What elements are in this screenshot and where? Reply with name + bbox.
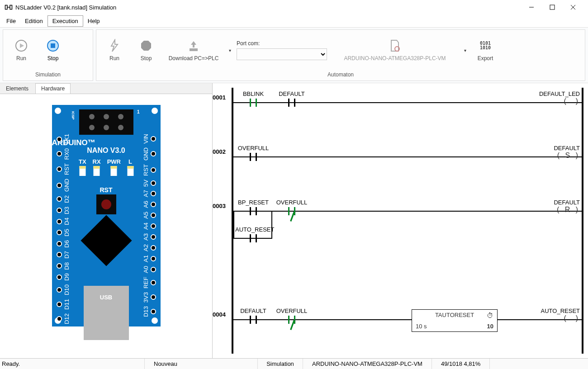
coil-DEFAULT[interactable]: DEFAULT( R ) xyxy=(535,199,580,214)
export-button[interactable]: 0101 1010 Export xyxy=(472,39,499,62)
pin-D3[interactable]: D3 xyxy=(57,207,70,214)
pin-RST[interactable]: RST xyxy=(57,163,70,175)
export-label: Export xyxy=(478,55,493,62)
status-mode: Simulation xyxy=(258,359,303,369)
pin-A6[interactable]: A6 xyxy=(142,201,156,208)
app-icon xyxy=(5,3,13,11)
statusbar: Ready. Nouveau Simulation ARDUINO-NANO-A… xyxy=(0,358,588,369)
menu-help[interactable]: Help xyxy=(83,16,104,26)
minimize-button[interactable] xyxy=(521,0,542,14)
sim-stop-label: Stop xyxy=(47,55,59,62)
rung-0002[interactable]: 0002OVERFULLDEFAULT( S ) xyxy=(213,140,588,167)
pin-D7[interactable]: D7 xyxy=(57,251,70,259)
pin-D2[interactable]: D2 xyxy=(57,195,70,203)
pin-D6[interactable]: D6 xyxy=(57,240,70,248)
maximize-button[interactable] xyxy=(542,0,563,14)
dropdown-arrow-icon[interactable]: ▾ xyxy=(228,48,232,53)
pin-TX1[interactable]: TX1 xyxy=(57,134,70,145)
download-label: Download PC=>PLC xyxy=(169,55,219,62)
target-dropdown-icon[interactable]: ▾ xyxy=(463,48,467,53)
target-button[interactable]: ARDUINO-NANO-ATMEGA328P-PLC-VM xyxy=(332,39,458,62)
mcu-chip xyxy=(81,215,132,266)
tab-elements[interactable]: Elements xyxy=(0,83,34,94)
menu-execution[interactable]: Execution xyxy=(47,15,83,27)
pin-A7[interactable]: A7 xyxy=(142,190,156,197)
svg-rect-1 xyxy=(10,5,12,9)
status-target: ARDUINO-NANO-ATMEGA328P-PLC-VM xyxy=(303,359,432,369)
contact-OVERFULL[interactable]: OVERFULL xyxy=(274,308,310,324)
ribbon-group-simulation: Run Stop Simulation xyxy=(3,29,93,81)
sim-stop-button[interactable]: Stop xyxy=(39,39,66,62)
svg-rect-0 xyxy=(5,5,8,9)
pin-column-left: TX1RX0RSTGNDD2D3D4D5D6D7D8D9D10D11D12 xyxy=(57,134,70,324)
pin-5V[interactable]: 5V xyxy=(142,180,156,187)
auto-stop-label: Stop xyxy=(141,55,152,62)
coil-DEFAULT_LED[interactable]: DEFAULT_LED( ) xyxy=(535,90,580,105)
octagon-stop-icon xyxy=(139,39,153,52)
pin-D9[interactable]: D9 xyxy=(57,273,70,281)
contact-DEFAULT[interactable]: DEFAULT xyxy=(235,308,271,324)
upload-icon xyxy=(187,39,200,52)
binary-icon: 0101 1010 xyxy=(479,39,492,52)
status-nouveau: Nouveau xyxy=(145,359,258,369)
contact-AUTO_RESET[interactable]: AUTO_RESET xyxy=(235,226,271,243)
pin-D5[interactable]: D5 xyxy=(57,229,70,237)
pin-VIN[interactable]: VIN xyxy=(142,134,156,144)
rung-number: 0001 xyxy=(213,94,232,101)
pin-A5[interactable]: A5 xyxy=(142,212,156,219)
contact-OVERFULL[interactable]: OVERFULL xyxy=(274,199,310,216)
auto-run-button[interactable]: Run xyxy=(101,39,128,62)
reset-button[interactable] xyxy=(96,194,116,214)
auto-run-label: Run xyxy=(109,55,119,62)
contact-BBLINK[interactable]: BBLINK xyxy=(235,90,271,107)
usb-connector: USB xyxy=(84,286,129,340)
pin-GND[interactable]: GND xyxy=(142,147,156,161)
status-memory: 49/1018 4,81% xyxy=(432,359,490,369)
pin-A0[interactable]: A0 xyxy=(142,266,156,273)
menu-edition[interactable]: Edition xyxy=(20,16,47,26)
timer-TAUTORESET[interactable]: TAUTORESET⏱10 s10 xyxy=(412,309,498,332)
port-com-label: Port com: xyxy=(237,40,327,47)
contact-OVERFULL[interactable]: OVERFULL xyxy=(235,145,271,161)
rung-0001[interactable]: 0001BBLINKDEFAULTDEFAULT_LED( ) xyxy=(213,86,588,113)
pin-GND[interactable]: GND xyxy=(57,179,70,192)
pin-D10[interactable]: D10 xyxy=(57,284,70,295)
pin-3V3[interactable]: 3V3 xyxy=(142,292,156,303)
ladder-diagram[interactable]: 0001BBLINKDEFAULTDEFAULT_LED( )0002OVERF… xyxy=(213,83,588,358)
pin-A2[interactable]: A2 xyxy=(142,244,156,251)
pin-column-right: VINGNDRST5VA7A6A5A4A3A2A1A0REF3V3D13 xyxy=(142,134,156,317)
sim-run-button[interactable]: Run xyxy=(8,39,35,62)
ribbon-automaton-label: Automaton xyxy=(96,71,585,80)
close-button[interactable] xyxy=(563,0,583,14)
contact-BP_RESET[interactable]: BP_RESET xyxy=(235,199,271,216)
rung-number: 0003 xyxy=(213,203,232,209)
tab-hardware[interactable]: Hardware xyxy=(35,83,71,94)
pin-A3[interactable]: A3 xyxy=(142,233,156,241)
pin-D8[interactable]: D8 xyxy=(57,262,70,270)
sim-run-label: Run xyxy=(16,55,26,62)
pin-D11[interactable]: D11 xyxy=(57,299,70,310)
menu-file[interactable]: File xyxy=(2,16,20,26)
pin-D12[interactable]: D12 xyxy=(57,313,70,324)
pin1-label: 1 xyxy=(137,109,140,114)
rung-0005[interactable]: 0005MINMAXDEFAULTOVERFULLPUMP( )PUMP xyxy=(213,357,588,358)
rung-number: 0004 xyxy=(213,311,232,318)
auto-stop-button[interactable]: Stop xyxy=(133,39,160,62)
pin-D13[interactable]: D13 xyxy=(142,306,156,317)
port-com-select[interactable] xyxy=(237,48,327,60)
svg-rect-4 xyxy=(550,5,555,9)
pin-A4[interactable]: A4 xyxy=(142,222,156,230)
pin-A1[interactable]: A1 xyxy=(142,255,156,262)
coil-AUTO_RESET[interactable]: AUTO_RESET( ) xyxy=(535,308,580,322)
pin-D4[interactable]: D4 xyxy=(57,218,70,225)
rung-0003[interactable]: 0003BP_RESETOVERFULLDEFAULT( R )AUTO_RES… xyxy=(213,194,588,249)
download-button[interactable]: Download PC=>PLC xyxy=(164,39,223,62)
pin-REF[interactable]: REF xyxy=(142,277,156,289)
status-ready: Ready. xyxy=(0,359,145,369)
pin-RX0[interactable]: RX0 xyxy=(57,148,70,160)
arduino-nano-board[interactable]: ICSP 1 ARDUINO™ NANO V3.0 TX RX PWR L RS… xyxy=(52,105,161,326)
contact-DEFAULT[interactable]: DEFAULT xyxy=(274,90,310,107)
rung-0004[interactable]: 0004DEFAULTOVERFULLTAUTORESET⏱10 s10AUTO… xyxy=(213,303,588,330)
pin-RST[interactable]: RST xyxy=(142,164,156,176)
coil-DEFAULT[interactable]: DEFAULT( S ) xyxy=(535,145,580,160)
